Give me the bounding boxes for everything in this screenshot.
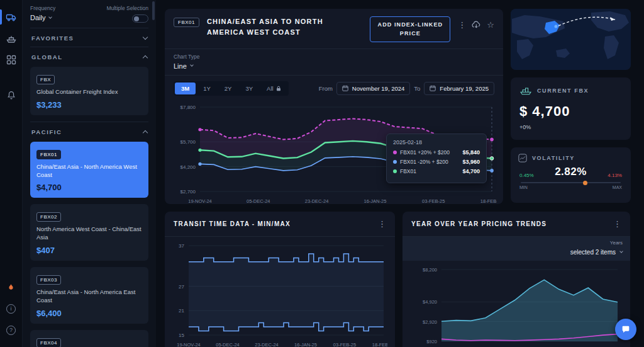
chart-tooltip: 2025-02-18 FBX01 +20% + $200$5,840FBX01 … <box>386 134 487 183</box>
help-icon: ? <box>6 326 16 335</box>
to-date-value: February 19, 2025 <box>440 85 489 92</box>
chart-type-label: Chart Type <box>174 54 494 60</box>
sidebar-section-favorites[interactable]: FAVORITES <box>30 28 148 47</box>
range-label: 2Y <box>225 85 232 92</box>
index-price: $3,233 <box>36 100 142 110</box>
origin-dot <box>555 25 558 28</box>
current-fbx-value: $ 4,700 <box>519 103 622 120</box>
range-3y-button[interactable]: 3Y <box>239 82 259 94</box>
sidebar-item-fbx04[interactable]: FBX04North America East Coast - China/Ea… <box>30 330 148 347</box>
rail-item-dashboard[interactable] <box>0 49 22 71</box>
range-3m-button[interactable]: 3M <box>175 82 196 94</box>
sidebar-section-global[interactable]: GLOBAL <box>30 47 148 65</box>
index-sidebar: Frequency Daily Multiple Selection FAVOR… <box>23 0 156 347</box>
sidebar-sections: FAVORITESGLOBALFBXGlobal Container Freig… <box>30 28 148 347</box>
index-title: North America West Coast - China/East As… <box>36 225 142 242</box>
range-2y-button[interactable]: 2Y <box>218 82 238 94</box>
svg-text:05-DEC-24: 05-DEC-24 <box>247 198 270 204</box>
sidebar-item-fbx02[interactable]: FBX02North America West Coast - China/Ea… <box>30 204 148 261</box>
range-group: 3M1Y2Y3YAll <box>174 81 289 96</box>
fbx-price-chart[interactable]: $7,800$5,700$4,200$2,70019-NOV-2405-DEC-… <box>165 100 503 210</box>
rail-top-group <box>0 0 22 106</box>
rail-item-info[interactable]: i <box>0 298 22 319</box>
chart-type-control: Chart Type Line <box>165 49 503 76</box>
flame-icon <box>6 283 16 292</box>
rail-item-help[interactable]: ? <box>0 319 22 341</box>
volatility-label: VOLATILITY <box>532 155 575 161</box>
frequency-label: Frequency <box>30 5 55 11</box>
from-date-input[interactable]: November 19, 2024 <box>336 82 410 95</box>
rail-item-notifications[interactable] <box>0 84 22 106</box>
frequency-dropdown[interactable]: Daily <box>30 14 55 21</box>
range-label: All <box>267 85 274 92</box>
years-dropdown[interactable]: selected 2 items <box>570 249 623 256</box>
yoy-chart-canvas[interactable]: $8,200$4,920$2,920$920 <box>410 263 623 347</box>
index-title: China/East Asia - North America West Coa… <box>36 163 142 179</box>
svg-text:$4,200: $4,200 <box>180 164 196 169</box>
chat-widget-button[interactable] <box>615 319 636 340</box>
range-all-button[interactable]: All <box>260 82 287 94</box>
volatility-values: 0.45% 2.82% 4.13% <box>518 166 623 178</box>
add-index-linked-price-button[interactable]: ADD INDEX-LINKED PRICE <box>370 16 450 42</box>
kebab-menu-button[interactable]: ⋮ <box>458 20 466 30</box>
series-value: $4,700 <box>462 168 480 174</box>
sidebar-item-fbx03[interactable]: FBX03China/East Asia - North America Eas… <box>30 267 148 324</box>
export-button[interactable] <box>472 21 481 29</box>
chart-line-icon <box>518 154 527 162</box>
to-date-input[interactable]: February 19, 2025 <box>424 82 494 95</box>
frequency-value: Daily <box>30 14 45 21</box>
transit-chart-canvas[interactable]: 3727211519-NOV-2405-DEC-2423-DEC-2416-JA… <box>172 239 387 347</box>
frequency-control[interactable]: Frequency Daily <box>30 5 55 23</box>
favorite-star-button[interactable]: ☆ <box>487 20 494 30</box>
svg-text:$2,920: $2,920 <box>423 319 437 325</box>
svg-text:23-DEC-24: 23-DEC-24 <box>255 342 279 347</box>
range-1y-button[interactable]: 1Y <box>197 82 217 94</box>
yoy-kebab-button[interactable]: ⋮ <box>613 219 621 229</box>
index-price: $6,400 <box>36 309 142 318</box>
svg-text:19-NOV-24: 19-NOV-24 <box>188 198 212 204</box>
current-fbx-card: CURRENT FBX $ 4,700 +0% <box>511 77 631 140</box>
rail-item-whats-new[interactable] <box>0 276 22 298</box>
svg-text:19-NOV-24: 19-NOV-24 <box>177 342 201 347</box>
fbx-detail-header: FBX01 CHINA/EAST ASIA TO NORTH AMERICA W… <box>165 9 503 49</box>
sidebar-item-fbx[interactable]: FBXGlobal Container Freight Index$3,233 <box>30 67 148 115</box>
svg-text:18-FEB-25: 18-FEB-25 <box>372 342 387 347</box>
transit-chart[interactable]: 3727211519-NOV-2405-DEC-2423-DEC-2416-JA… <box>165 237 395 347</box>
index-badge: FBX01 <box>174 18 199 27</box>
yoy-chart[interactable]: $8,200$4,920$2,920$920 <box>402 261 630 347</box>
series-label: FBX01 +20% + $200 <box>400 149 450 156</box>
sidebar-section-pacific[interactable]: PACIFIC <box>30 122 148 140</box>
lock-icon <box>276 86 281 91</box>
panel-title: YEAR OVER YEAR PRICING TRENDS <box>411 220 547 227</box>
from-date-value: November 19, 2024 <box>352 85 404 92</box>
rail-item-freight-indexes[interactable] <box>0 6 22 28</box>
svg-text:15: 15 <box>179 333 184 338</box>
transit-kebab-button[interactable]: ⋮ <box>378 219 386 229</box>
svg-text:16-JAN-25: 16-JAN-25 <box>294 342 317 347</box>
index-price: $407 <box>36 246 142 255</box>
transit-panel-header: TRANSIT TIME DATA - MIN/MAX ⋮ <box>165 212 395 237</box>
yoy-panel-header: YEAR OVER YEAR PRICING TRENDS ⋮ <box>402 212 630 237</box>
volatility-minmax-labels: MIN MAX <box>518 185 623 190</box>
chart-type-dropdown[interactable]: Line <box>174 62 494 70</box>
sidebar-item-fbx01[interactable]: FBX01China/East Asia - North America Wes… <box>30 142 148 198</box>
tooltip-rows: FBX01 +20% + $200$5,840FBX01 -20% + $200… <box>393 149 480 174</box>
svg-text:03-FEB-25: 03-FEB-25 <box>422 198 445 204</box>
current-fbx-header: CURRENT FBX <box>519 86 622 96</box>
page-title: CHINA/EAST ASIA TO NORTH AMERICA WEST CO… <box>207 16 362 38</box>
volatility-card: VOLATILITY 0.45% 2.82% 4.13% MIN MAX <box>511 147 631 203</box>
scrollbar-thumb[interactable] <box>152 1 155 20</box>
series-label: FBX01 -20% + $200 <box>400 159 448 165</box>
volatility-indicator-dot <box>583 181 587 185</box>
index-badge: FBX01 <box>36 150 61 159</box>
index-price: $4,700 <box>36 183 142 192</box>
rail-item-ocean-freight[interactable] <box>0 28 22 49</box>
vessel-icon <box>519 86 532 96</box>
multiple-selection-toggle[interactable] <box>132 14 148 23</box>
svg-text:21: 21 <box>179 308 184 314</box>
index-badge: FBX02 <box>36 212 61 222</box>
chevron-up-icon <box>143 130 148 135</box>
header-actions: ⋮ ☆ <box>458 20 494 30</box>
svg-text:$5,700: $5,700 <box>180 139 196 145</box>
years-value: selected 2 items <box>570 249 616 256</box>
